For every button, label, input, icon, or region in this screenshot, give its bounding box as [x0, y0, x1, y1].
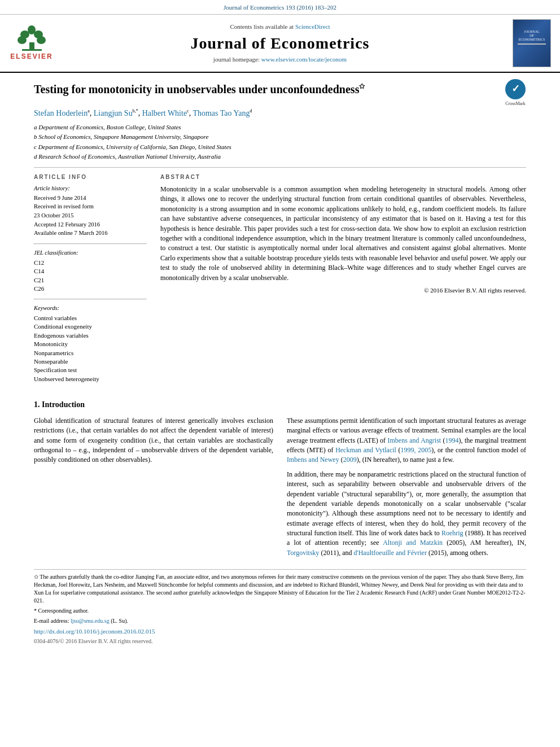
author4-link[interactable]: Thomas Tao Yang: [193, 109, 250, 117]
kw-1: Control variables: [34, 314, 147, 322]
issn-line: 0304-4076/© 2016 Elsevier B.V. All right…: [34, 637, 526, 645]
received-date: Received 9 June 2014: [34, 194, 147, 203]
doi-link[interactable]: http://dx.doi.org/10.1016/j.jeconom.2016…: [34, 628, 155, 635]
kw-2: Conditional exogeneity: [34, 322, 147, 331]
svg-point-4: [37, 36, 46, 44]
svg-rect-6: [22, 49, 42, 51]
article-info-header: ARTICLE INFO: [34, 173, 147, 181]
imbens-angrist-link[interactable]: Imbens and Angrist: [387, 436, 441, 444]
journal-ref-text: Journal of Econometrics 193 (2016) 183–2…: [224, 4, 336, 11]
authors-line: Stefan Hoderleina, Liangjun Sub,*, Halbe…: [34, 108, 526, 119]
svg-point-3: [18, 36, 27, 44]
svg-rect-5: [29, 42, 34, 50]
kw-3: Endogenous variables: [34, 331, 147, 340]
jel-c21: C21: [34, 276, 147, 285]
kw-4: Monotonicity: [34, 340, 147, 348]
keywords-block: Keywords: Control variables Conditional …: [34, 304, 147, 383]
elsevier-logo: ELSEVIER: [9, 25, 54, 62]
email-link[interactable]: ljsu@smu.edu.sg: [71, 618, 110, 624]
affil-c: c Department of Economics, University of…: [34, 142, 526, 152]
imbens-newey-link[interactable]: Imbens and Newey: [287, 456, 339, 464]
jel-c14: C14: [34, 267, 147, 276]
info-divider-2: [34, 299, 147, 300]
altonji-matzkin-link[interactable]: Altonji and Matzkin: [383, 539, 443, 547]
elsevier-wordmark: ELSEVIER: [10, 52, 53, 62]
journal-title: Journal of Econometrics: [54, 32, 506, 54]
homepage-line: journal homepage: www.elsevier.com/locat…: [54, 55, 506, 64]
doi-line: http://dx.doi.org/10.1016/j.jeconom.2016…: [34, 627, 526, 636]
paper-title: Testing for monotonicity in unobservable…: [34, 82, 500, 97]
page-header: ELSEVIER Contents lists available at Sci…: [0, 15, 560, 73]
homepage-url[interactable]: www.elsevier.com/locate/jeconom: [261, 56, 347, 63]
crossmark-icon: ✓: [505, 79, 526, 99]
crossmark-label: CrossMark: [505, 101, 526, 107]
torgovitsky-link[interactable]: Torgovitsky: [287, 549, 320, 557]
author3-link[interactable]: Halbert White: [142, 109, 187, 117]
author1-link[interactable]: Stefan Hoderlein: [34, 109, 88, 117]
intro-left-para1: Global identification of structural feat…: [34, 416, 273, 465]
online-date: Available online 7 March 2016: [34, 229, 147, 238]
affiliations: a Department of Economics, Boston Colleg…: [34, 123, 526, 161]
copyright-line: © 2016 Elsevier B.V. All rights reserved…: [160, 286, 526, 295]
intro-title: 1. Introduction: [34, 399, 526, 410]
sciencedirect-link[interactable]: ScienceDirect: [295, 23, 330, 30]
article-info-abstract: ARTICLE INFO Article history: Received 9…: [34, 173, 526, 389]
intro-left: Global identification of structural feat…: [34, 416, 273, 562]
info-divider-1: [34, 243, 147, 244]
header-divider: [34, 167, 526, 168]
article-history: Article history: Received 9 June 2014 Re…: [34, 185, 147, 238]
affil-b: b School of Economics, Singapore Managem…: [34, 132, 526, 142]
accepted-date: Accepted 12 February 2016: [34, 221, 147, 229]
jel-block: JEL classification: C12 C14 C21 C26: [34, 249, 147, 293]
journal-cover: JOURNALOFECONOMETRICS: [506, 19, 551, 67]
revised-label: Received in revised form: [34, 203, 147, 211]
intro-body: Global identification of structural feat…: [34, 416, 526, 562]
roehrig-link[interactable]: Roehrig: [441, 529, 463, 537]
intro-right: These assumptions permit identification …: [287, 416, 526, 562]
kw-8: Unobserved heterogeneity: [34, 375, 147, 383]
footnote-star: ✩ The authors gratefully thank the co-ed…: [34, 573, 526, 605]
abstract-header: ABSTRACT: [160, 173, 526, 181]
footnote-section: ✩ The authors gratefully thank the co-ed…: [34, 569, 526, 645]
revised-date: 23 October 2015: [34, 212, 147, 220]
intro-right-para1: These assumptions permit identification …: [287, 416, 526, 465]
kw-6: Nonseparable: [34, 357, 147, 366]
heckman-vytlacil-link[interactable]: Heckman and Vytlacil: [335, 446, 396, 454]
main-content: Testing for monotonicity in unobservable…: [0, 73, 560, 654]
article-info-col: ARTICLE INFO Article history: Received 9…: [34, 173, 147, 389]
crossmark-badge[interactable]: ✓ CrossMark: [505, 82, 526, 103]
kw-7: Specification test: [34, 366, 147, 374]
abstract-col: ABSTRACT Monotonicity in a scalar unobse…: [160, 173, 526, 389]
intro-section: 1. Introduction Global identification of…: [34, 399, 526, 562]
jel-c12: C12: [34, 259, 147, 267]
affil-d: d Research School of Economics, Australi…: [34, 152, 526, 161]
keywords-label: Keywords:: [34, 304, 147, 313]
history-label: Article history:: [34, 185, 147, 193]
dhaultfoeuille-link[interactable]: d'Haultfoeuille and Février: [353, 549, 426, 557]
corresponding-author: * Corresponding author.: [34, 607, 526, 615]
email-line: E-mail address: ljsu@smu.edu.sg (L. Su).: [34, 617, 526, 625]
jel-label: JEL classification:: [34, 249, 147, 257]
jel-c26: C26: [34, 285, 147, 293]
intro-right-para2: In addition, there may be nonparametric …: [287, 470, 526, 558]
journal-header-center: Contents lists available at ScienceDirec…: [54, 23, 506, 64]
kw-5: Nonparametrics: [34, 349, 147, 357]
elsevier-tree-icon: [16, 25, 47, 51]
contents-line: Contents lists available at ScienceDirec…: [54, 23, 506, 31]
journal-cover-image: JOURNALOFECONOMETRICS: [513, 19, 551, 67]
journal-ref-bar: Journal of Econometrics 193 (2016) 183–2…: [0, 0, 560, 15]
affil-a: a Department of Economics, Boston Colleg…: [34, 123, 526, 132]
abstract-text: Monotonicity in a scalar unobservable is…: [160, 185, 526, 295]
author2-link[interactable]: Liangjun Su: [94, 109, 133, 117]
